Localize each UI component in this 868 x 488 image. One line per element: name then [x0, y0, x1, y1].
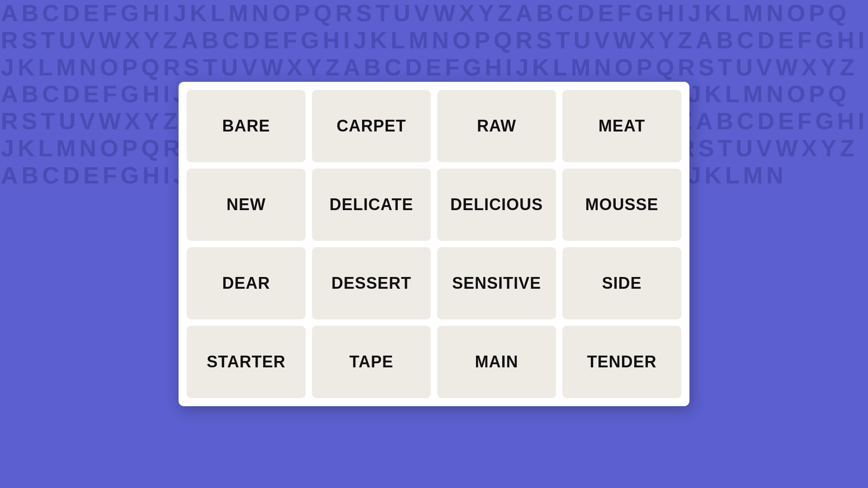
bg-letter: J [687, 81, 704, 108]
bg-letter: J [687, 162, 704, 189]
bg-letter: T [40, 108, 58, 135]
bg-letter: W [432, 0, 458, 27]
bg-letter: R [335, 0, 355, 27]
bg-letter: R [514, 27, 535, 54]
word-label-bare: BARE [222, 117, 270, 136]
bg-letter: J [687, 0, 704, 27]
bg-letter: S [183, 54, 202, 81]
bg-letter: T [555, 27, 573, 54]
bg-letter: S [355, 0, 374, 27]
bg-letter: B [21, 0, 42, 27]
bg-letter: I [162, 0, 172, 27]
bg-letter: X [801, 135, 820, 162]
bg-letter: K [531, 54, 552, 81]
bg-letter: G [815, 27, 836, 54]
word-card-mousse[interactable]: MOUSSE [562, 169, 681, 241]
bg-letter: Q [140, 54, 162, 81]
bg-letter: T [374, 0, 392, 27]
bg-letter: S [535, 27, 555, 54]
bg-letter: O [452, 27, 473, 54]
bg-letter: I [857, 108, 867, 135]
bg-letter: E [82, 0, 102, 27]
bg-letter: J [353, 27, 369, 54]
bg-letter: N [251, 0, 272, 27]
bg-letter: S [21, 27, 40, 54]
bg-letter: B [715, 27, 736, 54]
word-card-tender[interactable]: TENDER [562, 326, 681, 398]
word-card-meat[interactable]: MEAT [562, 90, 681, 162]
bg-letter: D [242, 27, 263, 54]
bg-letter: N [79, 54, 99, 81]
word-label-dear: DEAR [222, 274, 270, 293]
bg-letter: P [636, 54, 655, 81]
bg-letter: M [742, 81, 765, 108]
bg-letter: E [777, 108, 797, 135]
bg-letter: H [142, 162, 162, 189]
bg-letter: G [120, 0, 142, 27]
bg-letter: F [102, 81, 120, 108]
bg-letter: W [613, 27, 638, 54]
bg-letter: C [41, 162, 62, 189]
word-card-carpet[interactable]: CARPET [312, 90, 431, 162]
word-label-main: MAIN [475, 352, 519, 371]
bg-letter: H [142, 81, 162, 108]
bg-letter: I [677, 0, 687, 27]
bg-letter: W [774, 135, 800, 162]
bg-letter: Z [162, 27, 180, 54]
bg-letter: D [404, 54, 425, 81]
bg-letter: K [189, 0, 210, 27]
bg-letter: M [55, 54, 78, 81]
bg-letter: K [704, 162, 725, 189]
bg-letter: B [363, 54, 384, 81]
word-label-dessert: DESSERT [331, 274, 411, 293]
bg-letter: L [724, 0, 742, 27]
bg-letter: M [742, 0, 765, 27]
bg-letter: A [514, 0, 535, 27]
word-label-tender: TENDER [587, 352, 656, 371]
word-card-starter[interactable]: STARTER [187, 326, 306, 398]
bg-letter: F [282, 27, 300, 54]
bg-letter: M [227, 0, 250, 27]
word-grid-panel: BARECARPETRAWMEATNEWDELICATEDELICIOUSMOU… [179, 82, 689, 406]
word-label-raw: RAW [477, 117, 516, 136]
word-label-mousse: MOUSSE [585, 195, 658, 214]
bg-letter: P [121, 135, 141, 162]
bg-letter: P [808, 0, 827, 27]
word-card-delicious[interactable]: DELICIOUS [437, 169, 556, 241]
bg-letter: E [597, 0, 617, 27]
bg-letter: D [62, 162, 83, 189]
bg-letter: R [162, 54, 183, 81]
bg-letter: Z [497, 0, 515, 27]
bg-letter: G [634, 0, 656, 27]
bg-letter: O [614, 54, 636, 81]
bg-letter: A [695, 27, 716, 54]
bg-letter: A [695, 108, 716, 135]
bg-letter: X [123, 108, 143, 135]
bg-letter: V [413, 0, 432, 27]
word-card-tape[interactable]: TAPE [312, 326, 431, 398]
bg-letter: K [704, 81, 725, 108]
bg-letter: C [222, 27, 242, 54]
bg-letter: X [638, 27, 658, 54]
word-card-sensitive[interactable]: SENSITIVE [437, 247, 556, 319]
bg-letter: N [765, 162, 786, 189]
bg-letter: Z [677, 27, 695, 54]
word-card-delicate[interactable]: DELICATE [312, 169, 431, 241]
word-card-new[interactable]: NEW [187, 169, 306, 241]
word-card-dear[interactable]: DEAR [187, 247, 306, 319]
bg-letter: J [514, 54, 531, 81]
bg-letter: W [260, 54, 286, 81]
word-card-main[interactable]: MAIN [437, 326, 556, 398]
bg-letter: H [142, 0, 162, 27]
bg-letter: X [286, 54, 305, 81]
bg-letter: L [390, 27, 408, 54]
bg-letter: S [698, 135, 717, 162]
bg-letter: Q [827, 0, 849, 27]
bg-letter: C [556, 0, 577, 27]
word-card-raw[interactable]: RAW [437, 90, 556, 162]
bg-letter: V [241, 54, 260, 81]
word-card-bare[interactable]: BARE [187, 90, 306, 162]
word-card-side[interactable]: SIDE [562, 247, 681, 319]
word-label-delicate: DELICATE [330, 195, 413, 214]
word-card-dessert[interactable]: DESSERT [312, 247, 431, 319]
